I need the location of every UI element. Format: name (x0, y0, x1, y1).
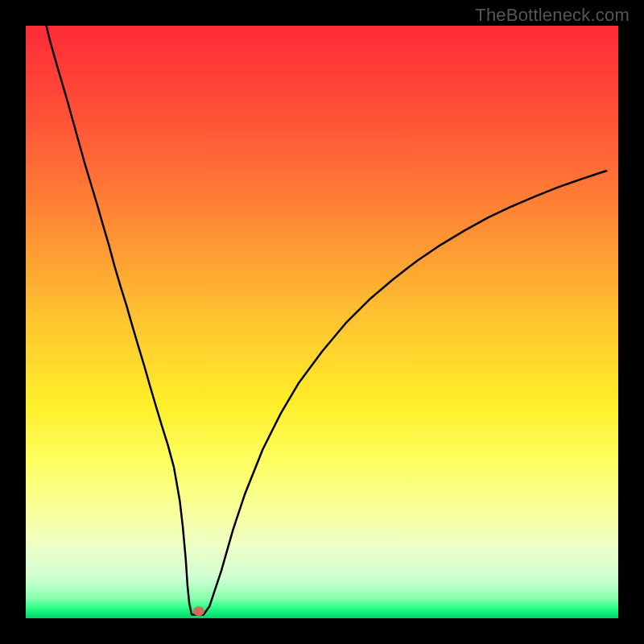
data-marker-dot (193, 606, 204, 616)
plot-area (26, 26, 618, 618)
chart-svg (26, 26, 618, 618)
data-curve (43, 26, 606, 615)
chart-container: TheBottleneck.com (0, 0, 644, 644)
watermark-text: TheBottleneck.com (475, 5, 630, 26)
